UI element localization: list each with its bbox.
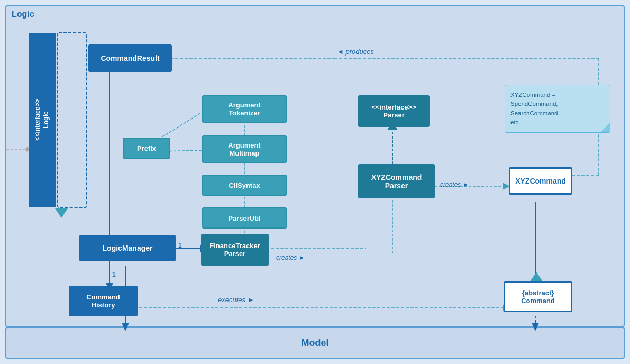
one-label-1: 1 [178, 242, 182, 249]
interface-logic-text: <<interface>> Logic [34, 99, 50, 141]
interface-parser-box: <<interface>> Parser [358, 95, 430, 127]
interface-triangle-arrow [55, 208, 68, 218]
creates-down-label: creates ► [276, 254, 305, 261]
main-container: Logic [0, 0, 630, 364]
argument-tokenizer-box: Argument Tokenizer [202, 95, 287, 123]
logic-manager-box: LogicManager [79, 235, 176, 261]
one-label-2: 1 [112, 271, 116, 278]
executes-label: executes ► [218, 296, 254, 304]
parser-util-box: ParserUtil [202, 207, 287, 229]
prefix-box: Prefix [123, 138, 170, 159]
logic-area: Logic [5, 5, 625, 327]
xyz-command-parser-box: XYZCommand Parser [358, 164, 435, 198]
produces-label: ◄ produces [337, 48, 374, 56]
finance-tracker-parser-box: FinanceTracker Parser [201, 234, 269, 266]
abstract-command-triangle [530, 272, 543, 281]
creates-right-label: creates ► [440, 181, 469, 188]
command-result-box: CommandResult [88, 44, 172, 72]
logic-label: Logic [12, 10, 34, 19]
svg-rect-9 [58, 33, 86, 207]
model-area: Model [5, 327, 625, 359]
interface-logic-box: <<interface>> Logic [29, 33, 56, 207]
argument-multimap-box: Argument Multimap [202, 135, 287, 163]
command-history-box: Command History [69, 286, 138, 316]
note-box: XYZCommand = SpendCommand, SearchCommand… [505, 85, 610, 133]
xyz-command-box: XYZCommand [509, 167, 572, 195]
abstract-command-box: {abstract} Command [504, 281, 572, 312]
model-label: Model [302, 338, 329, 349]
cli-syntax-box: CliSyntax [202, 175, 287, 196]
